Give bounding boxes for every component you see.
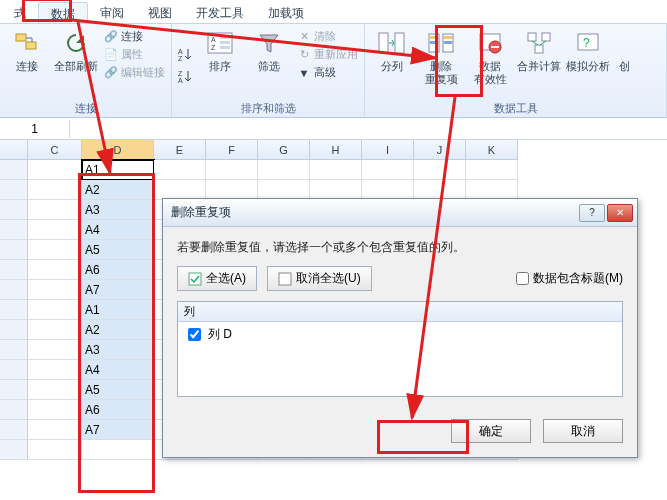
svg-rect-24 bbox=[535, 45, 543, 53]
svg-rect-13 bbox=[395, 33, 404, 53]
svg-text:Z: Z bbox=[178, 55, 183, 61]
headers-checkbox-input[interactable] bbox=[516, 272, 529, 285]
cell-d[interactable]: A7 bbox=[82, 420, 154, 440]
cell-d[interactable]: A5 bbox=[82, 380, 154, 400]
listbox-header: 列 bbox=[178, 302, 622, 322]
colhdr-C[interactable]: C bbox=[28, 140, 82, 160]
select-all-button[interactable]: 全选(A) bbox=[177, 266, 257, 291]
grid-row[interactable]: A2 bbox=[0, 180, 667, 200]
dialog-close-button[interactable]: ✕ bbox=[607, 204, 633, 222]
column-d-checkbox[interactable] bbox=[188, 328, 201, 341]
cell-d[interactable]: A2 bbox=[82, 320, 154, 340]
data-validation-icon bbox=[475, 28, 505, 58]
ribbon: 连接 全部刷新 🔗连接 📄属性 🔗编辑链接 连接 AZ ZA AZ 排序 bbox=[0, 24, 667, 118]
partial-button[interactable]: 创 bbox=[614, 26, 634, 101]
dialog-help-button[interactable]: ? bbox=[579, 204, 605, 222]
svg-text:Z: Z bbox=[178, 70, 183, 77]
tab-addins[interactable]: 加载项 bbox=[256, 2, 316, 23]
cell-d[interactable]: A6 bbox=[82, 260, 154, 280]
cell-d[interactable]: A5 bbox=[82, 240, 154, 260]
svg-rect-0 bbox=[16, 34, 26, 41]
refresh-all-label: 全部刷新 bbox=[54, 60, 98, 73]
svg-text:A: A bbox=[178, 77, 183, 83]
data-validation-label: 数据有效性 bbox=[474, 60, 507, 86]
cell-d[interactable]: A2 bbox=[82, 180, 154, 200]
consolidate-button[interactable]: 合并计算 bbox=[516, 26, 562, 101]
svg-rect-15 bbox=[430, 36, 438, 39]
colhdr-F[interactable]: F bbox=[206, 140, 258, 160]
properties-button[interactable]: 📄属性 bbox=[102, 46, 167, 63]
cell-d[interactable]: A1 bbox=[82, 300, 154, 320]
connections-link-button[interactable]: 🔗连接 bbox=[102, 28, 167, 45]
edit-links-button[interactable]: 🔗编辑链接 bbox=[102, 64, 167, 81]
svg-rect-22 bbox=[528, 33, 536, 41]
select-all-corner[interactable] bbox=[0, 140, 28, 160]
colhdr-G[interactable]: G bbox=[258, 140, 310, 160]
advanced-icon: ▼ bbox=[297, 66, 311, 80]
colhdr-J[interactable]: J bbox=[414, 140, 466, 160]
clear-filter-button[interactable]: ✕清除 bbox=[295, 28, 360, 45]
colhdr-E[interactable]: E bbox=[154, 140, 206, 160]
text-to-columns-button[interactable]: 分列 bbox=[369, 26, 415, 101]
cell-d[interactable]: A4 bbox=[82, 220, 154, 240]
text-to-columns-label: 分列 bbox=[381, 60, 403, 73]
cell-d[interactable]: A4 bbox=[82, 360, 154, 380]
svg-rect-18 bbox=[444, 36, 452, 39]
advanced-filter-button[interactable]: ▼高级 bbox=[295, 64, 360, 81]
grid-row[interactable]: A1 bbox=[0, 160, 667, 180]
consolidate-label: 合并计算 bbox=[517, 60, 561, 73]
ribbon-group-connections: 连接 全部刷新 🔗连接 📄属性 🔗编辑链接 连接 bbox=[0, 24, 172, 117]
unselect-all-icon bbox=[278, 272, 292, 286]
tab-view[interactable]: 视图 bbox=[136, 2, 184, 23]
colhdr-H[interactable]: H bbox=[310, 140, 362, 160]
connections-manager-button[interactable]: 连接 bbox=[4, 26, 50, 101]
ribbon-group-datatools: 分列 删除重复项 数据有效性 合并计算 ? 模拟分析 创 数 bbox=[365, 24, 667, 117]
whatif-button[interactable]: ? 模拟分析 bbox=[565, 26, 611, 101]
cell-d[interactable]: A7 bbox=[82, 280, 154, 300]
cell-d[interactable]: A3 bbox=[82, 340, 154, 360]
cell-d[interactable]: A1 bbox=[82, 160, 154, 180]
svg-text:A: A bbox=[178, 48, 183, 55]
sort-desc-button[interactable]: ZA bbox=[176, 68, 194, 84]
dialog-message: 若要删除重复值，请选择一个或多个包含重复值的列。 bbox=[177, 239, 623, 256]
svg-text:?: ? bbox=[583, 36, 590, 50]
tab-developer[interactable]: 开发工具 bbox=[184, 2, 256, 23]
refresh-all-button[interactable]: 全部刷新 bbox=[53, 26, 99, 101]
colhdr-K[interactable]: K bbox=[466, 140, 518, 160]
svg-rect-19 bbox=[444, 41, 452, 44]
filter-button[interactable]: 筛选 bbox=[246, 26, 292, 101]
ok-button[interactable]: 确定 bbox=[451, 419, 531, 443]
sort-asc-icon: AZ bbox=[178, 47, 192, 61]
svg-rect-12 bbox=[379, 33, 388, 53]
headers-checkbox[interactable]: 数据包含标题(M) bbox=[516, 270, 623, 287]
dialog-titlebar[interactable]: 删除重复项 ? ✕ bbox=[163, 199, 637, 227]
colhdr-D[interactable]: D bbox=[82, 140, 154, 160]
group-sortfilter-label: 排序和筛选 bbox=[176, 101, 360, 117]
svg-rect-9 bbox=[220, 36, 230, 39]
funnel-icon bbox=[254, 28, 284, 58]
consolidate-icon bbox=[524, 28, 554, 58]
cell-d[interactable]: A6 bbox=[82, 400, 154, 420]
sort-asc-button[interactable]: AZ bbox=[176, 46, 194, 62]
listbox-item-d[interactable]: 列 D bbox=[178, 322, 622, 347]
name-box[interactable]: 1 bbox=[0, 120, 70, 138]
data-validation-button[interactable]: 数据有效性 bbox=[467, 26, 513, 101]
cell-d[interactable]: A3 bbox=[82, 200, 154, 220]
cancel-button[interactable]: 取消 bbox=[543, 419, 623, 443]
reapply-button[interactable]: ↻重新应用 bbox=[295, 46, 360, 63]
unselect-all-button[interactable]: 取消全选(U) bbox=[267, 266, 372, 291]
colhdr-I[interactable]: I bbox=[362, 140, 414, 160]
remove-duplicates-button[interactable]: 删除重复项 bbox=[418, 26, 464, 101]
svg-rect-1 bbox=[26, 42, 36, 49]
ribbon-tabs: 式 数据 审阅 视图 开发工具 加载项 bbox=[0, 0, 667, 24]
columns-listbox[interactable]: 列 列 D bbox=[177, 301, 623, 397]
tab-formula-partial[interactable]: 式 bbox=[2, 2, 38, 23]
edit-links-icon: 🔗 bbox=[104, 66, 118, 80]
sort-button[interactable]: AZ 排序 bbox=[197, 26, 243, 101]
tab-data[interactable]: 数据 bbox=[38, 2, 88, 23]
filter-label: 筛选 bbox=[258, 60, 280, 73]
cell-d[interactable] bbox=[82, 440, 154, 460]
svg-rect-16 bbox=[430, 41, 438, 44]
reapply-icon: ↻ bbox=[297, 48, 311, 62]
tab-review[interactable]: 审阅 bbox=[88, 2, 136, 23]
